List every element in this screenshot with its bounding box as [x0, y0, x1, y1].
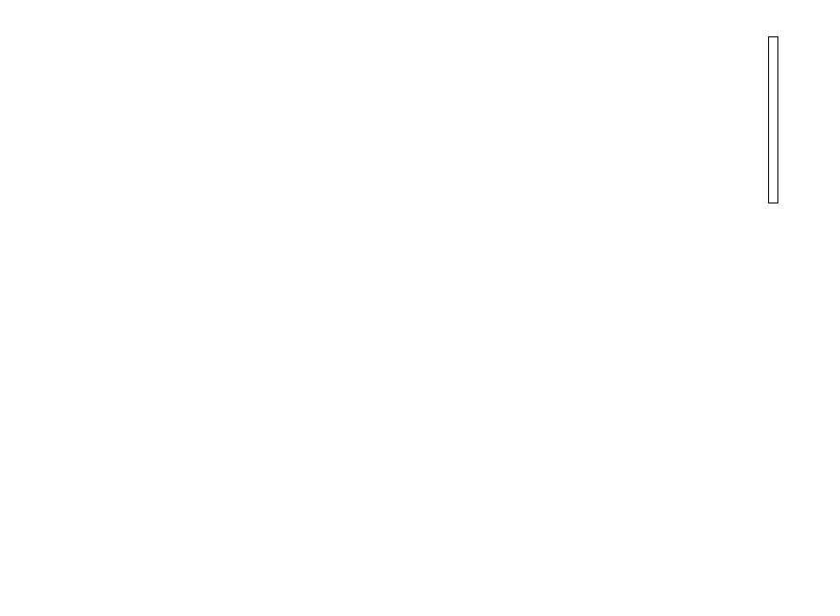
temperature-colorbar	[768, 36, 778, 203]
altimetry-note	[532, 20, 546, 199]
map-title	[350, 16, 499, 105]
hf-radar-note	[586, 159, 600, 278]
sst-map-figure	[0, 0, 840, 616]
